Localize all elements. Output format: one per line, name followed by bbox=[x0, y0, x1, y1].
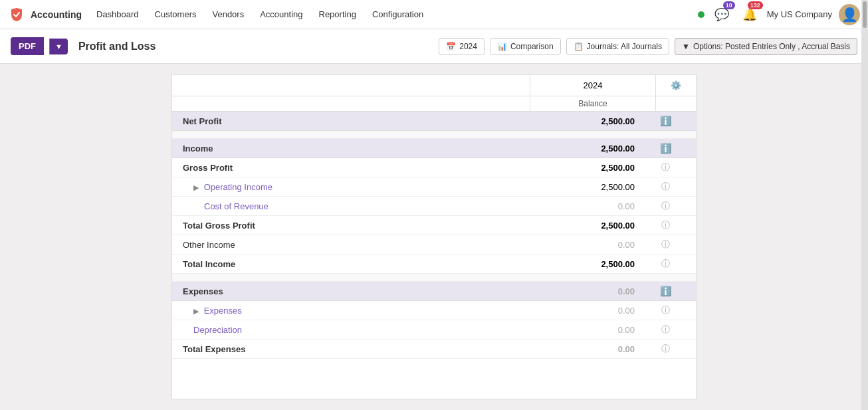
balance-label: Balance bbox=[530, 96, 656, 111]
report-container: 2024 ⚙️ Balance Net Profit 2,500.00 ℹ️ I… bbox=[171, 74, 697, 399]
total-expenses-row: Total Expenses 0.00 ⓘ bbox=[172, 340, 696, 359]
journals-button[interactable]: 📋 Journals: All Journals bbox=[566, 38, 669, 55]
operating-income-link[interactable]: Operating Income bbox=[204, 182, 272, 192]
other-income-label: Other Income bbox=[183, 240, 519, 250]
spacer-2 bbox=[172, 274, 696, 282]
other-income-row: Other Income 0.00 ⓘ bbox=[172, 235, 696, 255]
total-income-value: 2,500.00 bbox=[519, 259, 645, 269]
income-section: Income 2,500.00 ℹ️ bbox=[172, 139, 696, 158]
other-income-value: 0.00 bbox=[519, 240, 645, 250]
net-profit-value: 2,500.00 bbox=[519, 116, 645, 126]
total-income-row: Total Income 2,500.00 ⓘ bbox=[172, 255, 696, 274]
income-value: 2,500.00 bbox=[519, 144, 645, 154]
nav-reporting[interactable]: Reporting bbox=[312, 7, 363, 22]
year-filter-button[interactable]: 📅 2024 bbox=[439, 38, 485, 55]
nav-configuration[interactable]: Configuration bbox=[366, 7, 430, 22]
gross-profit-label: Gross Profit bbox=[183, 163, 519, 173]
total-gross-profit-row: Total Gross Profit 2,500.00 ⓘ bbox=[172, 216, 696, 235]
pdf-button[interactable]: PDF bbox=[11, 37, 44, 55]
status-indicator bbox=[698, 11, 705, 18]
balance-label-row: Balance bbox=[172, 96, 696, 112]
operating-income-value: 2,500.00 bbox=[519, 182, 645, 192]
year-column-header: 2024 bbox=[530, 75, 656, 96]
net-profit-section: Net Profit 2,500.00 ℹ️ bbox=[172, 112, 696, 131]
nav-vendors[interactable]: Vendors bbox=[205, 7, 251, 22]
main-content: 2024 ⚙️ Balance Net Profit 2,500.00 ℹ️ I… bbox=[0, 64, 868, 410]
scrollbar[interactable] bbox=[861, 0, 868, 410]
brand-name[interactable]: Accounting bbox=[31, 9, 82, 20]
expenses-info-icon[interactable]: ℹ️ bbox=[645, 286, 685, 296]
total-expenses-label: Total Expenses bbox=[183, 344, 519, 354]
total-expenses-value: 0.00 bbox=[519, 344, 645, 354]
cost-of-revenue-value: 0.00 bbox=[519, 201, 645, 211]
expenses-link[interactable]: Expenses bbox=[204, 306, 242, 316]
chart-icon: 📊 bbox=[497, 42, 507, 51]
total-income-label: Total Income bbox=[183, 259, 519, 269]
other-income-info[interactable]: ⓘ bbox=[645, 239, 685, 251]
expenses-sub-value: 0.00 bbox=[519, 306, 645, 316]
report-column-header: 2024 ⚙️ bbox=[172, 75, 696, 96]
comparison-button[interactable]: 📊 Comparison bbox=[490, 38, 561, 55]
gross-profit-value: 2,500.00 bbox=[519, 163, 645, 173]
expenses-sub-label: ▶ Expenses bbox=[183, 306, 519, 316]
toolbar: PDF ▼ Profit and Loss 📅 2024 📊 Compariso… bbox=[0, 29, 868, 64]
comparison-label: Comparison bbox=[510, 42, 554, 51]
journals-label: Journals: All Journals bbox=[587, 42, 662, 51]
expenses-label: Expenses bbox=[183, 286, 519, 296]
brand-logo bbox=[8, 6, 25, 23]
nav-dashboard[interactable]: Dashboard bbox=[90, 7, 146, 22]
total-gross-profit-label: Total Gross Profit bbox=[183, 221, 519, 231]
messages-badge: 10 bbox=[723, 1, 735, 9]
total-gross-profit-value: 2,500.00 bbox=[519, 221, 645, 231]
options-label: Options: Posted Entries Only , Accrual B… bbox=[693, 42, 850, 51]
nav-customers[interactable]: Customers bbox=[148, 7, 203, 22]
expenses-sub-info[interactable]: ⓘ bbox=[645, 304, 685, 316]
user-avatar[interactable]: 👤 bbox=[839, 4, 860, 25]
gross-profit-row: Gross Profit 2,500.00 ⓘ bbox=[172, 158, 696, 177]
cost-of-revenue-row: Cost of Revenue 0.00 ⓘ bbox=[172, 197, 696, 216]
net-profit-info-icon[interactable]: ℹ️ bbox=[645, 116, 685, 126]
spacer-1 bbox=[172, 131, 696, 139]
options-button[interactable]: ▼ Options: Posted Entries Only , Accrual… bbox=[675, 38, 857, 55]
bell-icon: 🔔 bbox=[742, 7, 757, 22]
alerts-button[interactable]: 🔔 132 bbox=[739, 4, 760, 25]
total-income-info[interactable]: ⓘ bbox=[645, 258, 685, 270]
depreciation-info[interactable]: ⓘ bbox=[645, 324, 685, 336]
expenses-value: 0.00 bbox=[519, 286, 645, 296]
expand-expenses[interactable]: ▶ bbox=[193, 307, 199, 315]
alerts-badge: 132 bbox=[748, 1, 763, 9]
operating-income-row: ▶ Operating Income 2,500.00 ⓘ bbox=[172, 177, 696, 197]
nav-accounting[interactable]: Accounting bbox=[253, 7, 309, 22]
pdf-dropdown-button[interactable]: ▼ bbox=[49, 39, 68, 54]
depreciation-value: 0.00 bbox=[519, 325, 645, 335]
settings-col[interactable]: ⚙️ bbox=[656, 75, 696, 96]
expenses-section: Expenses 0.00 ℹ️ bbox=[172, 282, 696, 301]
filter-icon: ▼ bbox=[682, 42, 690, 51]
cost-of-revenue-label[interactable]: Cost of Revenue bbox=[183, 201, 519, 211]
year-filter-label: 2024 bbox=[459, 42, 477, 51]
messages-button[interactable]: 💬 10 bbox=[711, 4, 732, 25]
company-name[interactable]: My US Company bbox=[767, 9, 832, 19]
depreciation-label[interactable]: Depreciation bbox=[183, 325, 519, 335]
message-icon: 💬 bbox=[714, 7, 729, 22]
cost-of-revenue-info[interactable]: ⓘ bbox=[645, 200, 685, 212]
calendar-icon: 📅 bbox=[446, 42, 456, 51]
operating-income-info[interactable]: ⓘ bbox=[645, 181, 685, 193]
total-expenses-info[interactable]: ⓘ bbox=[645, 343, 685, 355]
net-profit-label: Net Profit bbox=[183, 116, 519, 126]
depreciation-row: Depreciation 0.00 ⓘ bbox=[172, 320, 696, 340]
total-gross-profit-info[interactable]: ⓘ bbox=[645, 219, 685, 231]
page-title: Profit and Loss bbox=[78, 41, 156, 52]
income-info-icon[interactable]: ℹ️ bbox=[645, 143, 685, 154]
expenses-row: ▶ Expenses 0.00 ⓘ bbox=[172, 301, 696, 320]
income-label: Income bbox=[183, 144, 519, 154]
gross-profit-info[interactable]: ⓘ bbox=[645, 161, 685, 173]
journal-icon: 📋 bbox=[574, 42, 584, 51]
operating-income-label: ▶ Operating Income bbox=[183, 182, 519, 192]
expand-operating-income[interactable]: ▶ bbox=[193, 183, 199, 191]
top-navigation: Accounting Dashboard Customers Vendors A… bbox=[0, 0, 868, 29]
